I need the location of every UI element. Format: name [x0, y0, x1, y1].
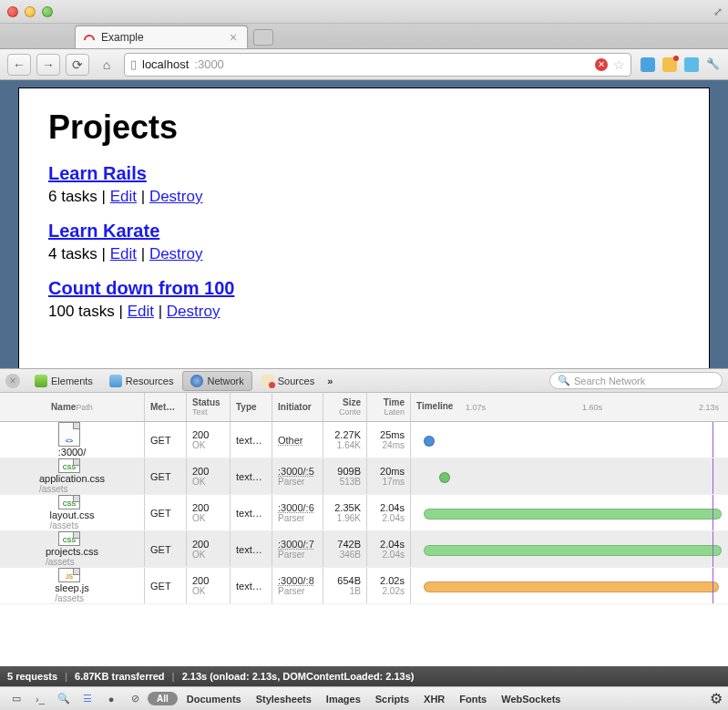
url-host: localhost: [142, 57, 189, 71]
filter-images[interactable]: Images: [319, 690, 368, 708]
tab-label: Resources: [126, 376, 174, 386]
tab-network[interactable]: Network: [182, 371, 251, 391]
project-link[interactable]: Learn Rails: [48, 163, 147, 183]
tab-label: Network: [207, 376, 243, 386]
elements-icon: [35, 375, 47, 387]
clear-icon[interactable]: ⊘: [124, 690, 146, 708]
search-network-input[interactable]: 🔍 Search Network: [549, 372, 723, 389]
status-transferred: 6.87KB transferred: [75, 671, 164, 682]
col-method[interactable]: Met…: [145, 393, 187, 421]
filter-xhr[interactable]: XHR: [416, 690, 452, 708]
doc-icon: ▯: [130, 57, 137, 71]
col-size[interactable]: SizeConte: [323, 393, 367, 421]
tab-label: Sources: [278, 376, 314, 386]
tab-elements[interactable]: Elements: [27, 372, 100, 390]
reload-button[interactable]: ⟳: [66, 54, 89, 76]
tab-title: Example: [101, 31, 144, 44]
col-initiator[interactable]: Initiator: [272, 393, 323, 421]
devtools-panel: × Elements Resources Network Sources » 🔍…: [0, 368, 728, 710]
forward-button[interactable]: →: [36, 54, 60, 76]
search-icon[interactable]: 🔍: [53, 690, 75, 708]
project-meta: 100 tasks | Edit | Destroy: [48, 303, 680, 321]
address-bar[interactable]: ▯ localhost:3000 ✕ ☆: [124, 53, 631, 77]
url-port: :3000: [194, 57, 224, 71]
home-button[interactable]: ⌂: [95, 54, 118, 76]
back-button[interactable]: ←: [7, 54, 31, 76]
list-view-icon[interactable]: ☰: [77, 690, 98, 708]
destroy-link[interactable]: Destroy: [167, 303, 220, 320]
extension-icons: 🔧: [641, 57, 721, 72]
wrench-menu-icon[interactable]: 🔧: [706, 57, 721, 72]
window-controls: [7, 6, 53, 17]
favicon-icon: [83, 31, 96, 44]
col-timeline[interactable]: Timeline 1.07s 1.60s 2.13s: [411, 393, 728, 421]
edit-link[interactable]: Edit: [110, 188, 137, 205]
page-heading: Projects: [48, 108, 680, 147]
record-icon[interactable]: ●: [100, 690, 122, 708]
resources-icon: [109, 375, 122, 387]
col-name[interactable]: NamePath: [0, 393, 145, 421]
filter-websockets[interactable]: WebSockets: [494, 690, 568, 708]
browser-toolbar: ← → ⟳ ⌂ ▯ localhost:3000 ✕ ☆ 🔧: [0, 49, 728, 80]
browser-tab-bar: Example ×: [0, 24, 728, 49]
titlebar: ⤢: [0, 0, 728, 24]
project-meta: 6 tasks | Edit | Destroy: [48, 188, 680, 206]
extension-icon[interactable]: [641, 57, 655, 72]
minimize-window-button[interactable]: [25, 6, 36, 17]
project-meta: 4 tasks | Edit | Destroy: [48, 245, 680, 263]
edit-link[interactable]: Edit: [110, 245, 137, 262]
network-row[interactable]: CSSlayout.css/assetsGET200OKtext…:3000/:…: [0, 495, 728, 531]
close-tab-icon[interactable]: ×: [227, 31, 240, 44]
filter-documents[interactable]: Documents: [179, 690, 249, 708]
network-row[interactable]: <>:3000/GET200OKtext…Other2.27K1.64K25ms…: [0, 422, 728, 458]
filter-stylesheets[interactable]: Stylesheets: [249, 690, 319, 708]
tab-resources[interactable]: Resources: [102, 372, 181, 390]
network-row[interactable]: CSSprojects.css/assetsGET200OKtext…:3000…: [0, 531, 728, 568]
settings-gear-icon[interactable]: ⚙: [710, 690, 723, 707]
zoom-window-button[interactable]: [42, 6, 53, 17]
devtools-close-icon[interactable]: ×: [5, 374, 20, 388]
extension-icon[interactable]: [684, 57, 699, 72]
col-status[interactable]: StatusText: [187, 393, 231, 421]
network-icon: [190, 375, 203, 387]
sources-icon: [261, 375, 274, 387]
page-viewport: Projects Learn Rails6 tasks | Edit | Des…: [0, 80, 728, 368]
edit-link[interactable]: Edit: [128, 303, 154, 320]
devtools-footer: ▭ ›_ 🔍 ☰ ● ⊘ All DocumentsStylesheetsIma…: [0, 686, 728, 710]
status-requests: 5 requests: [7, 671, 57, 682]
destroy-link[interactable]: Destroy: [149, 188, 203, 205]
destroy-link[interactable]: Destroy: [149, 245, 203, 262]
col-time[interactable]: TimeLaten: [367, 393, 411, 421]
network-row[interactable]: JSsleep.js/assetsGET200OKtext…:3000/:8Pa…: [0, 568, 728, 604]
console-toggle-icon[interactable]: ›_: [29, 690, 51, 708]
tab-label: Elements: [51, 376, 93, 386]
search-placeholder: Search Network: [574, 376, 645, 386]
error-badge-icon[interactable]: ✕: [595, 58, 608, 71]
more-panels-icon[interactable]: »: [327, 376, 333, 386]
new-tab-button[interactable]: [253, 29, 273, 46]
devtools-status-bar: 5 requests | 6.87KB transferred | 2.13s …: [0, 666, 728, 686]
fullscreen-icon[interactable]: ⤢: [713, 5, 723, 18]
extension-icon[interactable]: [662, 57, 677, 72]
col-type[interactable]: Type: [231, 393, 272, 421]
devtools-tabbar: × Elements Resources Network Sources » 🔍…: [0, 369, 728, 393]
dock-icon[interactable]: ▭: [5, 690, 27, 708]
close-window-button[interactable]: [7, 6, 18, 17]
search-icon: 🔍: [558, 375, 570, 386]
filter-all[interactable]: All: [148, 692, 178, 705]
project-link[interactable]: Learn Karate: [48, 221, 159, 241]
browser-tab[interactable]: Example ×: [75, 26, 248, 48]
status-timing: 2.13s (onload: 2.13s, DOMContentLoaded: …: [182, 671, 415, 682]
network-requests: <>:3000/GET200OKtext…Other2.27K1.64K25ms…: [0, 422, 728, 666]
project-link[interactable]: Count down from 100: [48, 278, 234, 298]
tab-sources[interactable]: Sources: [254, 372, 322, 390]
page-content: Projects Learn Rails6 tasks | Edit | Des…: [18, 87, 710, 368]
filter-scripts[interactable]: Scripts: [368, 690, 416, 708]
network-table-header: NamePath Met… StatusText Type Initiator …: [0, 393, 728, 422]
bookmark-star-icon[interactable]: ☆: [613, 57, 625, 72]
filter-fonts[interactable]: Fonts: [452, 690, 494, 708]
network-row[interactable]: CSSapplication.css/assetsGET200OKtext…:3…: [0, 458, 728, 495]
